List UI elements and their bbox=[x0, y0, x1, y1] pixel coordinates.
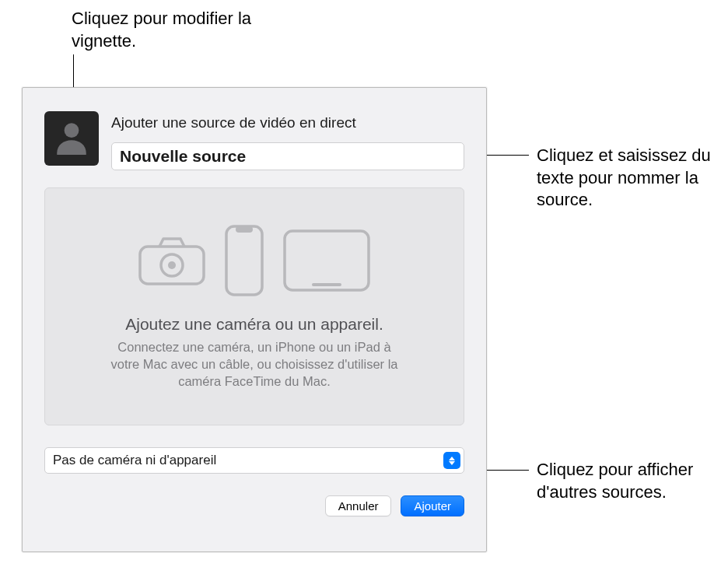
callout-name: Cliquez et saisissez du texte pour nomme… bbox=[537, 145, 716, 212]
svg-rect-7 bbox=[312, 283, 341, 286]
thumbnail-button[interactable] bbox=[44, 111, 99, 166]
svg-rect-6 bbox=[285, 231, 369, 290]
add-video-source-dialog: Ajouter une source de vidéo en direct bbox=[22, 87, 487, 552]
svg-rect-4 bbox=[226, 226, 262, 295]
svg-point-3 bbox=[168, 261, 176, 269]
svg-point-0 bbox=[65, 123, 79, 138]
device-placeholder: Ajoutez une caméra ou un appareil. Conne… bbox=[44, 187, 464, 425]
device-select-value: Pas de caméra ni d'appareil bbox=[53, 453, 216, 467]
camera-icon bbox=[136, 234, 208, 287]
person-icon bbox=[52, 117, 91, 159]
callout-sources: Cliquez pour afficher d'autres sources. bbox=[537, 459, 716, 503]
source-name-input[interactable] bbox=[111, 142, 464, 170]
device-select[interactable]: Pas de caméra ni d'appareil bbox=[44, 447, 464, 474]
add-button[interactable]: Ajouter bbox=[401, 495, 464, 516]
dialog-title: Ajouter une source de vidéo en direct bbox=[111, 114, 464, 131]
iphone-icon bbox=[223, 223, 265, 298]
ipad-icon bbox=[281, 227, 373, 294]
callout-thumbnail: Cliquez pour modifier la vignette. bbox=[72, 8, 289, 52]
cancel-button[interactable]: Annuler bbox=[325, 495, 392, 516]
chevron-up-down-icon bbox=[443, 452, 460, 469]
placeholder-heading: Ajoutez une caméra ou un appareil. bbox=[125, 315, 383, 334]
svg-rect-5 bbox=[236, 226, 253, 233]
placeholder-text: Connectez une caméra, un iPhone ou un iP… bbox=[107, 338, 402, 390]
